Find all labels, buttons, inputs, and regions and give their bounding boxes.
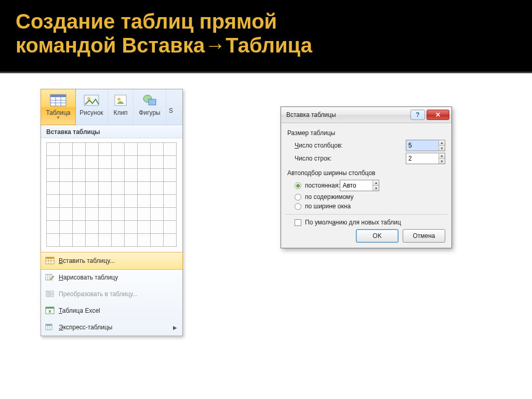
ribbon-smart-button[interactable]: S <box>166 89 176 125</box>
ribbon-smart-label: S <box>166 107 176 114</box>
svg-rect-1 <box>50 95 66 97</box>
picture-icon <box>83 92 100 108</box>
insert-table-grid-header: Вставка таблицы <box>41 125 182 138</box>
convert-table-icon <box>45 289 55 299</box>
svg-rect-20 <box>46 291 49 297</box>
svg-point-7 <box>87 97 90 100</box>
slide-title: Создание таблиц прямой командой Вставка→… <box>0 0 532 62</box>
menu-draw-table-label: Нарисовать таблицу <box>59 274 118 281</box>
ribbon-clip-label: Клип <box>108 109 133 116</box>
svg-rect-25 <box>46 307 54 309</box>
ribbon-clip-button[interactable]: Клип <box>108 89 134 125</box>
shapes-icon <box>141 92 158 108</box>
remember-label: По умолчанию для новых таблиц <box>305 219 401 226</box>
content-area: Таблица ▼ Рисунок Клип <box>0 72 532 399</box>
menu-insert-table[interactable]: Вставить таблицу... <box>41 252 183 270</box>
radio-fixed-label: постоянная: <box>305 182 340 189</box>
fixed-width-input[interactable] <box>340 180 373 191</box>
menu-insert-table-label: Вставить таблицу... <box>59 257 115 264</box>
group-size-label: Размер таблицы <box>287 129 445 137</box>
menu-convert-to-table: Преобразовать в таблицу... <box>41 286 182 302</box>
rows-input[interactable] <box>406 153 438 164</box>
svg-text:X: X <box>48 309 51 314</box>
dialog-close-button[interactable]: ✕ <box>427 110 449 120</box>
menu-quick-label: Экспресс-таблицы <box>59 324 112 331</box>
svg-rect-13 <box>46 257 54 259</box>
menu-draw-table[interactable]: Нарисовать таблицу <box>41 269 182 286</box>
fixed-width-spinner[interactable]: ▲▼ <box>340 180 379 191</box>
radio-fit-window-label: по ширине окна <box>305 203 351 210</box>
svg-rect-28 <box>46 324 52 326</box>
spin-down-icon[interactable]: ▼ <box>373 185 379 191</box>
ribbon-shapes-label: Фигуры <box>134 109 166 116</box>
insert-table-grid[interactable] <box>41 138 182 252</box>
columns-input[interactable] <box>406 140 438 151</box>
svg-point-9 <box>117 98 121 101</box>
chevron-down-icon: ▼ <box>41 116 75 119</box>
spin-up-icon[interactable]: ▲ <box>439 153 445 158</box>
table-icon <box>49 92 67 108</box>
ribbon-table-dropdown: Таблица ▼ Рисунок Клип <box>41 89 183 336</box>
rows-label: Число строк: <box>295 155 406 162</box>
spin-down-icon[interactable]: ▼ <box>439 145 445 151</box>
group-autofit-label: Автоподбор ширины столбцов <box>287 169 445 177</box>
ribbon-picture-button[interactable]: Рисунок <box>75 89 108 125</box>
svg-rect-11 <box>149 99 156 105</box>
ribbon-picture-label: Рисунок <box>75 109 108 116</box>
menu-quick-tables[interactable]: Экспресс-таблицы ▶ <box>41 319 182 336</box>
insert-table-dialog: Вставка таблицы ? ✕ Размер таблицы Число… <box>281 107 452 248</box>
spin-up-icon[interactable]: ▲ <box>373 180 379 185</box>
ribbon-shapes-button[interactable]: Фигуры <box>134 89 166 125</box>
svg-rect-21 <box>50 291 54 297</box>
insert-table-icon <box>45 256 55 265</box>
remember-checkbox[interactable] <box>295 219 301 226</box>
ribbon-button-row: Таблица ▼ Рисунок Клип <box>41 89 182 125</box>
clip-icon <box>112 92 129 108</box>
spin-down-icon[interactable]: ▼ <box>439 158 445 164</box>
rows-spinner[interactable]: ▲▼ <box>406 153 445 164</box>
spin-up-icon[interactable]: ▲ <box>439 140 445 145</box>
columns-label: Число столбцов: <box>295 142 406 149</box>
menu-convert-label: Преобразовать в таблицу... <box>59 290 138 298</box>
ok-button[interactable]: OK <box>356 229 398 243</box>
radio-fixed[interactable] <box>295 182 301 189</box>
quick-tables-icon <box>45 323 55 332</box>
table-menu-list: Вставить таблицу... Нарисовать таблицу П… <box>41 252 182 336</box>
radio-fit-content[interactable] <box>295 194 301 201</box>
dialog-title-text: Вставка таблицы <box>286 111 409 118</box>
dialog-titlebar: Вставка таблицы ? ✕ <box>281 107 451 123</box>
slide-title-line1: Создание таблиц прямой <box>16 9 516 33</box>
dialog-help-button[interactable]: ? <box>410 110 425 120</box>
columns-spinner[interactable]: ▲▼ <box>406 140 445 151</box>
ribbon-table-button[interactable]: Таблица ▼ <box>41 89 76 125</box>
submenu-arrow-icon: ▶ <box>173 325 177 330</box>
radio-fit-window[interactable] <box>295 203 301 210</box>
cancel-button[interactable]: Отмена <box>403 229 445 243</box>
radio-fit-content-label: по содержимому <box>305 193 353 201</box>
slide-title-line2: командой Вставка→Таблица <box>16 33 516 57</box>
draw-table-icon <box>45 273 55 282</box>
excel-icon: X <box>45 306 55 315</box>
menu-excel-table[interactable]: X Таблица Excel <box>41 302 182 319</box>
dialog-separator <box>285 214 447 215</box>
menu-excel-label: Таблица Excel <box>59 307 100 314</box>
